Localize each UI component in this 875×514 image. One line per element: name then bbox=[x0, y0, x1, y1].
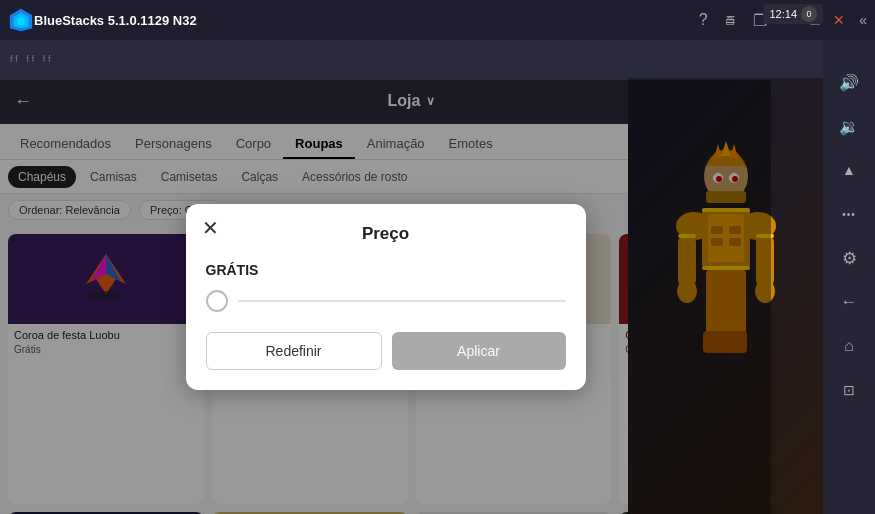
price-modal: ✕ Preço GRÁTIS Redefinir Aplicar bbox=[186, 204, 586, 390]
help-icon[interactable]: ? bbox=[699, 11, 708, 29]
right-sidebar: ⤢ 🔊 🔉 ▲ ••• ⚙ ← ⌂ ⊡ bbox=[823, 0, 875, 514]
radio-gratis[interactable] bbox=[206, 290, 228, 312]
modal-radio-row bbox=[206, 290, 566, 312]
sidebar-toggle-button[interactable]: « bbox=[859, 12, 867, 28]
more-options-button[interactable]: ••• bbox=[829, 194, 869, 234]
modal-overlay: ✕ Preço GRÁTIS Redefinir Aplicar bbox=[0, 80, 771, 514]
volume-down-button[interactable]: 🔉 bbox=[829, 106, 869, 146]
modal-close-button[interactable]: ✕ bbox=[202, 218, 219, 238]
home-nav-button[interactable]: ⌂ bbox=[829, 326, 869, 366]
price-slider[interactable] bbox=[238, 300, 566, 302]
modal-buttons: Redefinir Aplicar bbox=[206, 332, 566, 370]
apply-button: Aplicar bbox=[392, 332, 566, 370]
notification-badge: 0 bbox=[801, 6, 817, 22]
title-bar: BlueStacks 5.1.0.1129 N32 ⌂ ❐ ? ≡ 12:14 … bbox=[0, 0, 875, 40]
back-nav-button[interactable]: ← bbox=[829, 282, 869, 322]
main-area: ff ff ff ← Loja ∨ 🔍 Recomendados Persona… bbox=[0, 40, 823, 514]
reset-button[interactable]: Redefinir bbox=[206, 332, 382, 370]
bluestacks-logo bbox=[8, 7, 34, 33]
time-display: 12:14 bbox=[769, 8, 797, 20]
volume-up-button[interactable]: 🔊 bbox=[829, 62, 869, 102]
menu-icon[interactable]: ≡ bbox=[726, 11, 735, 29]
app-title: BlueStacks 5.1.0.1129 N32 bbox=[34, 13, 725, 28]
toolbar-dots: ff ff ff bbox=[10, 54, 54, 64]
modal-option-label: GRÁTIS bbox=[206, 262, 566, 278]
cursor-button[interactable]: ▲ bbox=[829, 150, 869, 190]
modal-title: Preço bbox=[206, 224, 566, 244]
settings-button[interactable]: ⚙ bbox=[829, 238, 869, 278]
close-button[interactable]: ✕ bbox=[833, 12, 845, 28]
screen-nav-button[interactable]: ⊡ bbox=[829, 370, 869, 410]
toolbar: ff ff ff bbox=[0, 40, 823, 78]
